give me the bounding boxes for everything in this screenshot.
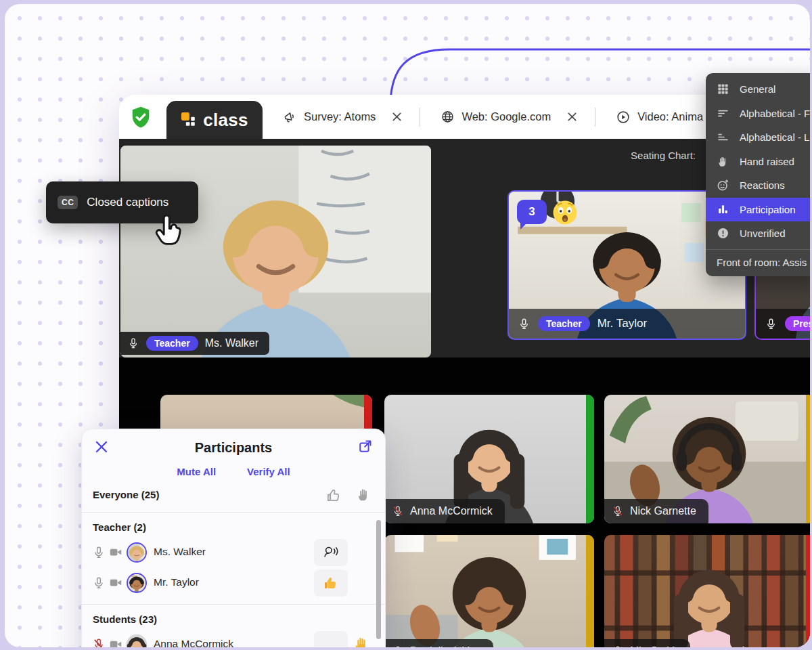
reaction-count: 3 [528, 205, 535, 219]
thumbs-up-reaction [314, 569, 348, 597]
camera-on-icon[interactable] [109, 577, 122, 589]
mic-muted-icon [392, 505, 404, 517]
raised-hand-icon[interactable] [356, 487, 371, 502]
astonished-face-emoji [551, 199, 579, 226]
status-stripe-red [806, 535, 810, 647]
everyone-row: Everyone (25) [82, 487, 385, 506]
participant-row-mr-taylor[interactable]: Mr. Taylor [82, 568, 385, 599]
avatar-mr-taylor [127, 573, 147, 593]
tab-separator [420, 108, 420, 127]
participant-name: Nick Garnette [630, 505, 696, 517]
participant-name: Ms. Walker [205, 337, 258, 349]
participant-name: Ms. Walker [154, 546, 206, 558]
sort-ascending-icon [717, 131, 729, 144]
verify-all-button[interactable]: Verify All [247, 466, 290, 477]
play-circle-icon [616, 110, 631, 125]
close-tab-icon[interactable] [392, 112, 402, 122]
dotted-background: class Survey: Atoms [5, 4, 810, 647]
exclamation-icon [717, 227, 729, 240]
mic-muted-icon[interactable] [92, 638, 106, 647]
megaphone-icon [283, 110, 297, 124]
globe-icon [441, 110, 455, 124]
participant-name: Danielle Atkins [410, 645, 481, 647]
video-tile-mia-smith[interactable]: Mia Smith [604, 535, 810, 647]
tab-web-google[interactable]: Web: Google.com [441, 110, 577, 124]
panel-title: Participants [82, 436, 385, 459]
menu-item-label: Participation [740, 204, 796, 215]
video-feed-danielle [384, 535, 594, 647]
name-label-danielle: Danielle Atkins [384, 639, 493, 647]
mute-all-button[interactable]: Mute All [177, 466, 216, 477]
menu-item-hand-raised[interactable]: Hand raised [706, 150, 810, 174]
section-header-teacher: Teacher (2) [82, 513, 385, 538]
mic-muted-icon [612, 645, 624, 647]
thumbs-up-emoji [323, 575, 339, 591]
avatar-anna-mccormick [127, 634, 147, 647]
menu-item-alphabetical-last[interactable]: Alphabetical - L [706, 125, 810, 150]
participant-row-anna-mccormick[interactable]: Anna McCormick [82, 630, 385, 647]
panel-scrollbar[interactable] [376, 520, 381, 639]
close-panel-icon[interactable] [94, 439, 109, 454]
tab-video-animal[interactable]: Video: Anima [616, 110, 703, 125]
name-label-anna: Anna McCormick [384, 499, 505, 523]
mic-on-icon [765, 318, 777, 330]
role-badge-teacher: Teacher [538, 316, 590, 331]
tab-survey-atoms[interactable]: Survey: Atoms [283, 110, 402, 124]
camera-on-icon[interactable] [109, 638, 122, 647]
name-bar-mr-taylor: Teacher Mr. Taylor [509, 309, 745, 339]
video-tile-nick-garnette[interactable]: Nick Garnette [604, 395, 810, 523]
grid-icon [717, 83, 729, 95]
video-tile-ms-walker[interactable]: Teacher Ms. Walker [120, 146, 431, 358]
menu-item-label: Reactions [740, 179, 785, 191]
raised-hand-emoji [353, 635, 371, 647]
participants-header: Participants [82, 436, 385, 466]
video-tile-anna-mccormick[interactable]: Anna McCormick [384, 395, 594, 523]
bar-chart-icon [717, 203, 729, 216]
section-header-students: Students (23) [82, 605, 385, 630]
menu-footer-front-of-room[interactable]: Front of room: Assis [706, 249, 810, 276]
video-feed-mia [604, 535, 810, 647]
tab-class-home[interactable]: class [166, 101, 263, 139]
menu-item-general[interactable]: General [706, 77, 810, 102]
video-tile-danielle-atkins[interactable]: Danielle Atkins [384, 535, 594, 647]
participant-name: Mr. Taylor [154, 576, 199, 588]
participant-name: Mia Smith [630, 645, 678, 647]
menu-item-label: Alphabetical - L [740, 131, 809, 143]
participant-name: Anna McCormick [154, 638, 233, 647]
participant-row-ms-walker[interactable]: Ms. Walker [82, 538, 385, 568]
role-badge-presenter: Pres [785, 316, 810, 331]
pop-out-icon[interactable] [358, 439, 373, 454]
page-card: class Survey: Atoms [5, 4, 810, 647]
mic-muted-icon [392, 645, 404, 647]
menu-item-label: Alphabetical - F [740, 108, 810, 119]
menu-item-unverified[interactable]: Unverified [706, 221, 810, 246]
mic-on-icon[interactable] [92, 546, 106, 559]
cc-icon: CC [58, 196, 78, 209]
hand-icon [717, 155, 729, 168]
name-label-ms-walker: Teacher Ms. Walker [120, 332, 269, 355]
menu-item-label: Hand raised [740, 156, 794, 167]
panel-actions: Mute All Verify All [82, 466, 385, 477]
reaction-count-bubble[interactable]: 3 [517, 200, 547, 224]
everyone-count-label: Everyone (25) [93, 489, 159, 500]
sort-dropdown-menu: General Alphabetical - F Alphabetical - … [706, 73, 810, 276]
menu-item-participation[interactable]: Participation [706, 198, 810, 222]
mic-muted-icon [612, 505, 624, 517]
thumbs-up-icon[interactable] [326, 488, 342, 503]
tab-label: Survey: Atoms [304, 110, 376, 123]
verified-shield-icon[interactable] [129, 105, 153, 129]
status-stripe-green [586, 395, 594, 523]
tab-label: Video: Anima [637, 110, 703, 123]
menu-item-reactions[interactable]: Reactions [706, 173, 810, 198]
name-label-mia: Mia Smith [604, 639, 690, 647]
mic-on-icon [127, 337, 139, 349]
menu-item-alphabetical-first[interactable]: Alphabetical - F [706, 102, 810, 126]
mic-on-icon[interactable] [92, 576, 106, 590]
camera-on-icon[interactable] [109, 546, 122, 559]
seating-chart-label: Seating Chart: [631, 150, 696, 161]
close-tab-icon[interactable] [567, 112, 577, 122]
tab-label: Web: Google.com [461, 110, 551, 123]
video-feed-ms-walker [120, 146, 431, 358]
smiley-plus-icon [717, 179, 729, 192]
sort-descending-icon [717, 107, 729, 120]
